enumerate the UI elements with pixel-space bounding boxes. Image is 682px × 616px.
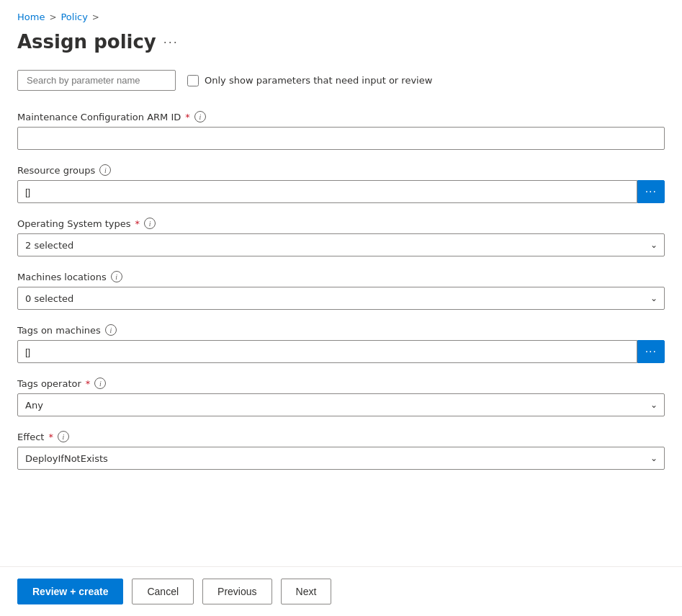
effect-select[interactable]: DeployIfNotExists [17,447,665,470]
previous-button[interactable]: Previous [202,579,272,604]
effect-label: Effect [17,432,44,442]
field-machine-locations: Machines locations i 0 selected ⌄ [17,271,665,310]
machine-locations-select[interactable]: 0 selected [17,287,665,310]
resource-groups-info-icon[interactable]: i [99,164,111,176]
next-button[interactable]: Next [281,579,332,604]
os-types-label: Operating System types [17,218,131,229]
tags-operator-select-container: Any ⌄ [17,393,665,416]
field-tags-operator: Tags operator * i Any ⌄ [17,378,665,416]
effect-select-container: DeployIfNotExists ⌄ [17,447,665,470]
cancel-button[interactable]: Cancel [132,579,194,604]
tags-operator-info-icon[interactable]: i [94,378,106,389]
effect-info-icon[interactable]: i [58,431,69,442]
tags-on-machines-label: Tags on machines [17,325,101,336]
maintenance-config-label: Maintenance Configuration ARM ID [17,112,181,122]
machine-locations-info-icon[interactable]: i [111,271,122,282]
field-resource-groups: Resource groups i ··· [17,164,665,203]
machine-locations-label: Machines locations [17,272,107,282]
os-types-info-icon[interactable]: i [144,218,156,229]
review-create-button[interactable]: Review + create [17,579,123,604]
tags-operator-required: * [86,378,91,389]
tags-on-machines-browse-button[interactable]: ··· [637,340,665,363]
tags-on-machines-input[interactable] [17,340,637,363]
resource-groups-label: Resource groups [17,165,95,176]
maintenance-config-input[interactable] [17,127,665,150]
os-types-select-container: 2 selected ⌄ [17,233,665,256]
tags-operator-select[interactable]: Any [17,393,665,416]
breadcrumb-home[interactable]: Home [17,12,45,22]
field-os-types: Operating System types * i 2 selected ⌄ [17,218,665,256]
field-maintenance-config: Maintenance Configuration ARM ID * i [17,111,665,150]
breadcrumb-sep1: > [49,12,56,22]
page-title: Assign policy [17,31,156,53]
machine-locations-select-container: 0 selected ⌄ [17,287,665,310]
resource-groups-input[interactable] [17,180,637,203]
search-input[interactable] [17,70,176,91]
os-types-required: * [135,218,140,229]
effect-required: * [48,432,53,442]
footer: Review + create Cancel Previous Next [0,566,682,616]
breadcrumb-policy[interactable]: Policy [60,12,87,22]
tags-operator-label: Tags operator [17,378,81,389]
more-options-button[interactable]: ··· [163,35,179,50]
maintenance-config-required: * [185,112,190,122]
field-effect: Effect * i DeployIfNotExists ⌄ [17,431,665,470]
filter-checkbox[interactable] [187,75,199,86]
filter-checkbox-label: Only show parameters that need input or … [205,75,432,86]
breadcrumb: Home > Policy > [17,12,665,22]
resource-groups-browse-button[interactable]: ··· [637,180,665,203]
os-types-select[interactable]: 2 selected [17,233,665,256]
breadcrumb-sep2: > [92,12,99,22]
field-tags-on-machines: Tags on machines i ··· [17,324,665,363]
maintenance-config-info-icon[interactable]: i [194,111,206,122]
tags-on-machines-info-icon[interactable]: i [105,324,117,336]
